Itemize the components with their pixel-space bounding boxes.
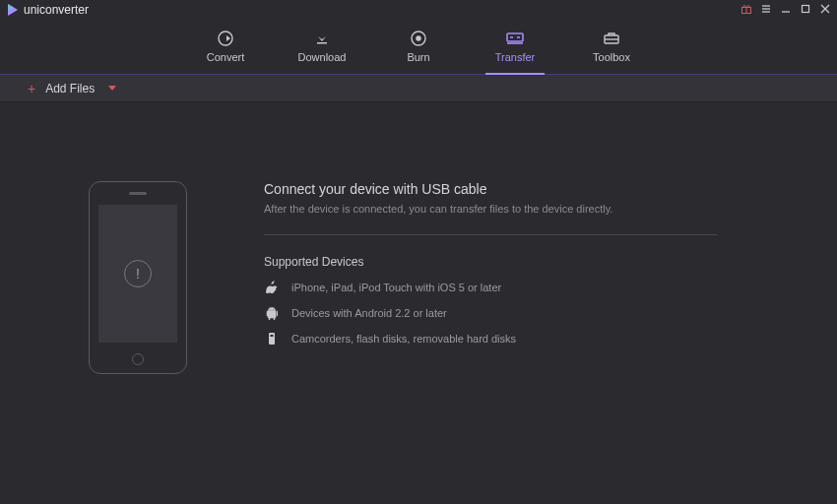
svg-point-15 bbox=[417, 36, 420, 40]
android-icon bbox=[264, 306, 280, 320]
tab-burn[interactable]: Burn bbox=[389, 26, 448, 75]
chevron-down-icon[interactable] bbox=[108, 86, 116, 91]
download-icon bbox=[312, 28, 332, 49]
svg-rect-8 bbox=[803, 5, 809, 12]
connect-subtitle: After the device is connected, you can t… bbox=[264, 203, 717, 215]
svg-rect-23 bbox=[271, 335, 274, 337]
device-placeholder: ! bbox=[89, 181, 187, 374]
device-text: Camcorders, flash disks, removable hard … bbox=[291, 333, 516, 345]
svg-point-21 bbox=[273, 309, 274, 310]
tab-label: Convert bbox=[207, 51, 245, 63]
apple-icon bbox=[264, 281, 280, 294]
gift-icon[interactable] bbox=[740, 3, 752, 18]
supported-devices-list: iPhone, iPad, iPod Touch with iOS 5 or l… bbox=[264, 281, 717, 346]
device-text: Devices with Android 2.2 or later bbox=[291, 307, 447, 319]
titlebar: uniconverter bbox=[0, 0, 837, 20]
connect-title: Connect your device with USB cable bbox=[264, 181, 717, 197]
transfer-icon bbox=[504, 28, 526, 49]
tab-label: Download bbox=[298, 51, 347, 63]
menu-icon[interactable] bbox=[760, 3, 772, 18]
add-files-button[interactable]: Add Files bbox=[45, 82, 95, 95]
svg-rect-13 bbox=[317, 42, 327, 44]
tab-label: Burn bbox=[407, 51, 429, 63]
alert-icon: ! bbox=[124, 260, 152, 287]
device-text: iPhone, iPad, iPod Touch with iOS 5 or l… bbox=[291, 282, 501, 293]
divider bbox=[264, 234, 717, 235]
svg-marker-12 bbox=[226, 35, 230, 41]
tab-label: Transfer bbox=[495, 51, 536, 63]
svg-rect-16 bbox=[507, 33, 523, 41]
maximize-icon[interactable] bbox=[800, 3, 811, 18]
tab-convert[interactable]: Convert bbox=[196, 26, 255, 75]
tab-toolbox[interactable]: Toolbox bbox=[582, 26, 641, 75]
main-tabs: Convert Download Burn Transfer Toolbox bbox=[0, 20, 837, 75]
phone-screen: ! bbox=[98, 205, 177, 343]
phone-earpiece bbox=[129, 192, 147, 195]
sub-toolbar: + Add Files bbox=[0, 75, 837, 102]
cycle-icon bbox=[216, 28, 235, 49]
svg-rect-22 bbox=[269, 333, 275, 345]
minimize-icon[interactable] bbox=[780, 3, 792, 18]
tab-download[interactable]: Download bbox=[292, 26, 352, 75]
window-controls bbox=[740, 3, 831, 18]
app-name: uniconverter bbox=[24, 3, 89, 17]
storage-icon bbox=[264, 332, 280, 346]
transfer-content: ! Connect your device with USB cable Aft… bbox=[0, 102, 837, 374]
close-icon[interactable] bbox=[819, 3, 831, 18]
plus-icon[interactable]: + bbox=[28, 82, 35, 95]
list-item: Camcorders, flash disks, removable hard … bbox=[264, 332, 717, 346]
toolbox-icon bbox=[602, 28, 621, 49]
play-triangle-icon bbox=[6, 3, 20, 17]
phone-home-button-icon bbox=[132, 353, 144, 365]
app-logo: uniconverter bbox=[6, 3, 89, 17]
tab-transfer[interactable]: Transfer bbox=[485, 26, 545, 75]
list-item: iPhone, iPad, iPod Touch with iOS 5 or l… bbox=[264, 281, 717, 294]
info-panel: Connect your device with USB cable After… bbox=[264, 181, 717, 374]
supported-heading: Supported Devices bbox=[264, 255, 717, 269]
tab-label: Toolbox bbox=[593, 51, 630, 63]
list-item: Devices with Android 2.2 or later bbox=[264, 306, 717, 320]
svg-point-20 bbox=[270, 309, 271, 310]
disc-icon bbox=[409, 28, 428, 49]
